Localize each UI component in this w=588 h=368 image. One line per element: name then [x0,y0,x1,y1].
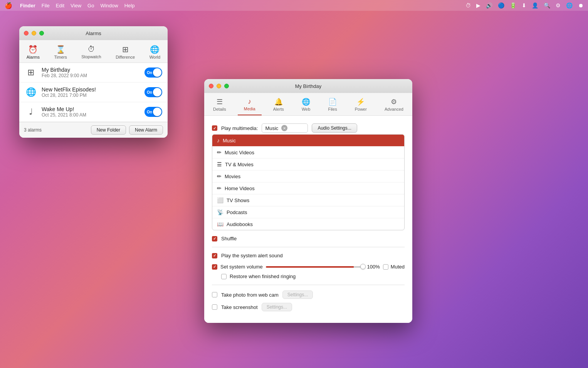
alarm-item-birthday[interactable]: ⊞ My Birthday Feb 28, 2022 9:00 AM On [19,63,168,83]
alarms-titlebar: Alarms [19,26,168,40]
alarm-info-birthday: My Birthday Feb 28, 2022 9:00 AM [42,67,140,78]
user-icon: 👤 [532,2,538,8]
menubar-window[interactable]: Window [100,3,118,8]
alarm-item-wakeup[interactable]: ♩ Wake Me Up! Oct 25, 2021 8:00 AM On [19,102,168,122]
tab-details[interactable]: ☰ Details [207,96,232,115]
media-icon: ♪ [248,98,251,106]
alarms-icon: ⏰ [28,45,38,54]
difference-label: Difference [116,55,135,59]
apple-menu[interactable]: 🍎 [5,2,12,9]
dd-item-home-videos[interactable]: ✏ Home Videos [212,182,404,194]
birthday-titlebar: My Birthday [204,79,412,93]
alarm-item-netflix[interactable]: 🌐 New NetFlix Episodes! Oct 28, 2021 7:0… [19,83,168,102]
alarms-label: Alarms [27,55,40,59]
home-videos-icon: ✏ [217,185,222,191]
screen-record-icon: ⏺ [578,2,583,8]
dd-label-music: Music [223,138,236,143]
alarms-close-button[interactable] [24,31,29,35]
menubar-edit[interactable]: Edit [56,3,64,8]
dd-label-podcasts: Podcasts [227,209,247,215]
audio-settings-button[interactable]: Audio Settings... [312,123,357,133]
menubar-help[interactable]: Help [124,3,135,8]
timers-icon: ⌛ [56,45,66,54]
details-label: Details [213,107,226,111]
notification-icon[interactable]: 🌐 [566,2,573,8]
dd-label-movies: Movies [225,174,240,179]
birthday-minimize-button[interactable] [217,84,221,88]
menubar-view[interactable]: View [71,3,81,8]
alarm-info-wakeup: Wake Me Up! Oct 25, 2021 8:00 AM [42,106,140,118]
webcam-row: Take photo from web cam Settings... [212,290,405,299]
muted-checkbox[interactable] [383,264,388,270]
system-alert-checkbox[interactable] [212,253,217,258]
birthday-maximize-button[interactable] [224,84,229,88]
menubar-finder[interactable]: Finder [20,3,35,8]
dd-label-tv-shows: TV Shows [227,198,249,203]
birthday-close-button[interactable] [209,84,213,88]
tab-files[interactable]: 📄 Files [322,96,343,115]
webcam-checkbox[interactable] [212,292,217,297]
web-icon: 🌐 [302,98,310,106]
multimedia-checkbox[interactable] [212,125,217,131]
alarm-toggle-birthday[interactable]: On [144,68,162,78]
shuffle-checkbox[interactable] [212,236,217,241]
dd-item-audiobooks[interactable]: 📖 Audiobooks [212,218,404,230]
alarms-maximize-button[interactable] [39,31,44,35]
tab-web[interactable]: 🌐 Web [296,96,316,115]
dd-label-home-videos: Home Videos [225,186,255,191]
alarms-toolbar: ⏰ Alarms ⌛ Timers ⏱ Stopwatch ⊞ Differen… [19,40,168,63]
multimedia-clear-button[interactable]: ✕ [281,125,287,131]
divider-2 [212,285,405,285]
tab-power[interactable]: ⚡ Power [349,96,373,115]
set-volume-checkbox[interactable] [212,264,217,270]
tab-media[interactable]: ♪ Media [238,96,262,115]
toolbar-stopwatch[interactable]: ⏱ Stopwatch [77,43,106,61]
screenshot-checkbox[interactable] [212,304,217,310]
stopwatch-label: Stopwatch [81,54,101,59]
tab-advanced[interactable]: ⚙ Advanced [378,96,410,115]
toolbar-world[interactable]: 🌐 World [145,43,165,61]
dd-item-movies[interactable]: ✏ Movies [212,170,404,182]
control-center-icon[interactable]: ⚙ [556,2,561,8]
birthday-media-content: Play multimedia: Music ✕ Audio Settings.… [204,116,412,323]
alarm-icon-netflix: 🌐 [25,87,37,97]
dd-item-music[interactable]: ♪ Music [212,135,404,147]
stopwatch-icon: ⏱ [87,45,95,54]
multimedia-select[interactable]: Music ✕ [262,123,308,133]
toolbar-timers[interactable]: ⌛ Timers [50,43,72,61]
volume-row: Set system volume 100% Muted [212,264,405,270]
toggle-knob-wakeup [153,108,161,116]
alarm-list: ⊞ My Birthday Feb 28, 2022 9:00 AM On 🌐 … [19,63,168,122]
volume-icon[interactable]: 🔊 [486,2,492,8]
alarm-icon-wakeup: ♩ [25,107,37,117]
tab-alerts[interactable]: 🔔 Alerts [267,96,290,115]
alarms-minimize-button[interactable] [32,31,36,35]
alarm-footer: 3 alarms New Folder New Alarm [19,122,168,138]
toolbar-alarms[interactable]: ⏰ Alarms [22,43,44,61]
alarm-name-netflix: New NetFlix Episodes! [42,86,140,93]
new-folder-button[interactable]: New Folder [91,125,126,135]
dd-item-tv-movies[interactable]: ☰ TV & Movies [212,159,404,170]
toolbar-difference[interactable]: ⊞ Difference [111,43,139,61]
dd-item-tv-shows[interactable]: ⬜ TV Shows [212,194,404,206]
search-icon[interactable]: 🔍 [544,2,550,8]
alarm-toggle-netflix[interactable]: On [144,87,162,97]
volume-slider[interactable] [266,266,363,268]
alarms-title: Alarms [86,30,101,36]
screenshot-settings-button: Settings... [262,303,292,311]
alarm-name-birthday: My Birthday [42,67,140,73]
restore-checkbox[interactable] [221,274,227,279]
new-alarm-button[interactable]: New Alarm [129,125,163,135]
menubar-file[interactable]: File [42,3,50,8]
birthday-window-controls [209,84,229,88]
details-icon: ☰ [217,98,223,106]
multimedia-selected-text: Music [265,125,278,131]
dd-item-music-videos[interactable]: ✏ Music Videos [212,147,404,159]
volume-percent: 100% [366,264,380,270]
dd-item-podcasts[interactable]: 📡 Podcasts [212,206,404,218]
volume-thumb [360,264,366,269]
bluetooth-icon[interactable]: 🔵 [498,2,504,8]
power-icon: ⚡ [356,98,365,106]
alarm-toggle-wakeup[interactable]: On [144,107,162,117]
menubar-go[interactable]: Go [87,3,94,8]
